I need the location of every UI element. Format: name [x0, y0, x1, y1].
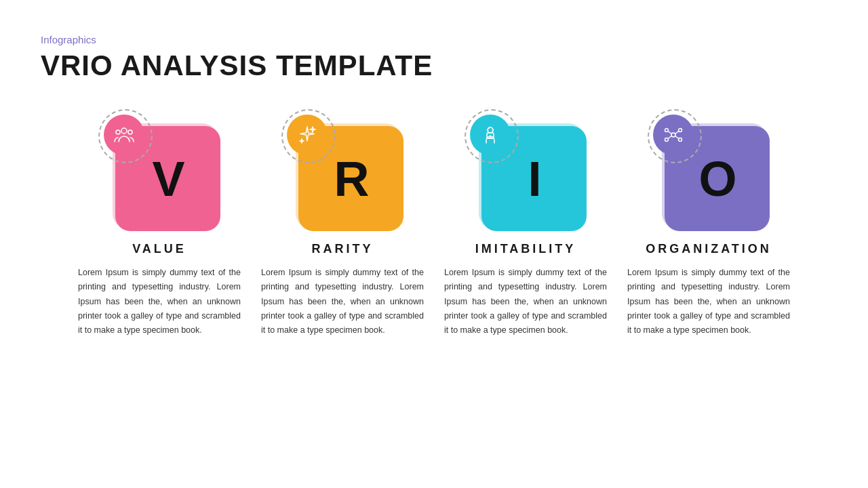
- card-v-icon-area: V: [98, 109, 220, 231]
- svg-line-11: [668, 131, 672, 134]
- card-i-icon-circle: [470, 115, 511, 155]
- infographics-label: Infographics: [41, 34, 827, 45]
- card-i-letter: I: [528, 151, 540, 207]
- sparkle-icon: [296, 124, 318, 146]
- card-r-icon-area: R: [281, 109, 403, 231]
- people-icon: [113, 124, 135, 146]
- svg-line-13: [668, 136, 672, 139]
- card-rarity: R RARITY Lorem Ipsum is simply dummy tex…: [261, 109, 424, 338]
- card-organization: O: [627, 109, 790, 338]
- card-o-icon-circle: [653, 115, 694, 155]
- card-o-letter: O: [698, 151, 735, 207]
- card-v-body: Lorem Ipsum is simply dummy text of the …: [78, 266, 241, 338]
- cards-container: V VALUE: [41, 109, 827, 461]
- card-i-icon-wrapper: [465, 109, 519, 163]
- card-imitability: I IMITABILI: [444, 109, 607, 338]
- card-o-body: Lorem Ipsum is simply dummy text of the …: [627, 266, 790, 338]
- svg-line-14: [675, 136, 679, 139]
- card-i-icon-area: I: [465, 109, 587, 231]
- main-title: VRIO ANALYSIS TEMPLATE: [41, 49, 827, 82]
- svg-point-1: [116, 130, 120, 134]
- card-r-title: RARITY: [312, 242, 374, 256]
- svg-point-4: [488, 127, 493, 133]
- person-icon: [479, 124, 501, 146]
- card-r-letter: R: [334, 151, 368, 207]
- card-r-body: Lorem Ipsum is simply dummy text of the …: [261, 266, 424, 338]
- svg-point-2: [128, 130, 132, 134]
- card-o-title: ORGANIZATION: [646, 242, 772, 256]
- page: Infographics VRIO ANALYSIS TEMPLATE V: [0, 0, 868, 488]
- card-v-icon-circle: [104, 115, 144, 155]
- network-icon: [663, 124, 684, 146]
- card-i-title: IMITABILITY: [475, 242, 576, 256]
- header: Infographics VRIO ANALYSIS TEMPLATE: [41, 34, 827, 82]
- svg-point-0: [121, 128, 127, 134]
- card-v-icon-wrapper: [98, 109, 153, 163]
- card-v-title: VALUE: [132, 242, 186, 256]
- card-r-icon-circle: [287, 115, 328, 155]
- card-i-body: Lorem Ipsum is simply dummy text of the …: [444, 266, 607, 338]
- card-o-icon-area: O: [648, 109, 770, 231]
- card-r-icon-wrapper: [281, 109, 336, 163]
- card-v-letter: V: [152, 151, 183, 207]
- card-o-icon-wrapper: [648, 109, 702, 163]
- svg-line-12: [675, 131, 679, 134]
- card-value: V VALUE: [78, 109, 241, 338]
